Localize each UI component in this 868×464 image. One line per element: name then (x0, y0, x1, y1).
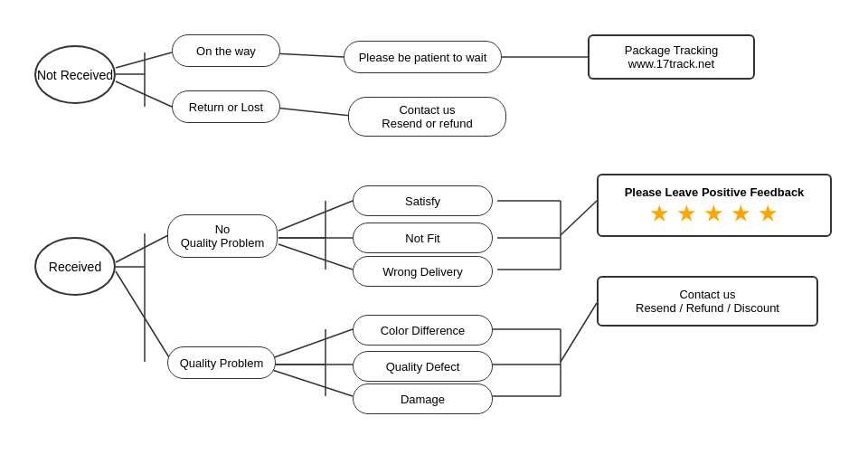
tracking-node: Package Trackingwww.17track.net (588, 34, 755, 80)
svg-line-0 (116, 52, 172, 68)
contact-resend-label: Contact usResend or refund (382, 103, 472, 130)
not-fit-node: Not Fit (353, 223, 493, 253)
svg-line-11 (278, 201, 353, 231)
contact-refund-node: Contact usResend / Refund / Discount (597, 276, 818, 327)
received-node: Received (34, 237, 116, 296)
svg-line-30 (561, 303, 597, 362)
return-or-lost-node: Return or Lost (172, 90, 280, 123)
wrong-delivery-node: Wrong Delivery (353, 256, 493, 287)
tracking-label: Package Trackingwww.17track.net (625, 43, 718, 71)
feedback-box: Please Leave Positive Feedback ★ ★ ★ ★ ★ (597, 174, 832, 237)
color-diff-node: Color Difference (353, 315, 493, 346)
diagram: Not Received On the way Return or Lost P… (0, 0, 868, 464)
quality-defect-node: Quality Defect (353, 351, 493, 382)
patient-node: Please be patient to wait (344, 41, 502, 73)
feedback-title: Please Leave Positive Feedback (625, 185, 805, 199)
svg-line-25 (561, 201, 597, 235)
quality-problem-node: Quality Problem (167, 346, 276, 379)
no-quality-node: NoQuality Problem (167, 214, 278, 258)
svg-line-7 (116, 233, 172, 262)
damage-node: Damage (353, 384, 493, 414)
on-the-way-node: On the way (172, 34, 280, 67)
svg-line-13 (278, 244, 353, 270)
no-quality-label: NoQuality Problem (181, 223, 264, 250)
svg-line-18 (269, 369, 353, 396)
svg-line-16 (269, 329, 353, 359)
not-received-node: Not Received (34, 45, 116, 104)
contact-resend-node: Contact usResend or refund (348, 97, 506, 137)
feedback-stars: ★ ★ ★ ★ ★ (650, 203, 778, 226)
satisfy-node: Satisfy (353, 185, 493, 216)
svg-line-8 (116, 271, 172, 362)
contact-refund-label: Contact usResend / Refund / Discount (636, 288, 779, 315)
svg-line-1 (116, 81, 172, 107)
